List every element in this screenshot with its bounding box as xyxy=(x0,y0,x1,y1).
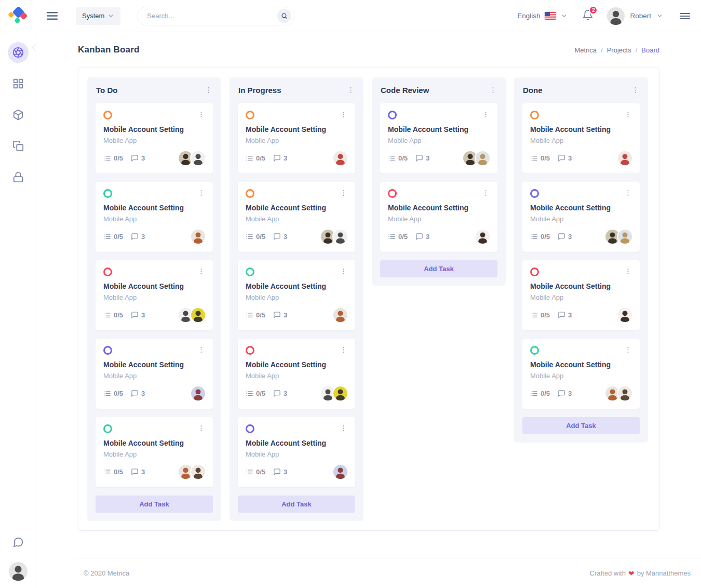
task-state-dot xyxy=(246,111,254,119)
task-card[interactable]: Mobile Account Setting Mobile App 0/5 3 xyxy=(380,103,497,173)
app-root: System English 2 xyxy=(0,0,701,588)
task-category: Mobile App xyxy=(388,215,490,223)
breadcrumb-item[interactable]: Metrica xyxy=(574,46,597,54)
add-task-button[interactable]: Add Task xyxy=(96,496,213,513)
lock-icon[interactable] xyxy=(8,167,29,188)
comments-value: 3 xyxy=(284,390,287,397)
add-task-button[interactable]: Add Task xyxy=(380,260,497,277)
task-title: Mobile Account Setting xyxy=(103,282,205,290)
task-meta: 0/5 3 xyxy=(530,151,632,165)
task-meta: 0/5 3 xyxy=(103,465,205,479)
column-header: Code Review xyxy=(380,86,497,95)
footer-brand-link[interactable]: by Mannatthemes xyxy=(637,569,691,577)
aperture-icon[interactable] xyxy=(8,42,29,63)
task-card[interactable]: Mobile Account Setting Mobile App 0/5 3 xyxy=(96,260,213,330)
task-title: Mobile Account Setting xyxy=(103,439,205,447)
task-card[interactable]: Mobile Account Setting Mobile App 0/5 3 xyxy=(238,103,355,173)
card-menu-icon[interactable] xyxy=(482,189,490,197)
task-card[interactable]: Mobile Account Setting Mobile App 0/5 3 xyxy=(522,339,640,409)
comments-icon xyxy=(558,233,565,240)
column-menu-icon[interactable] xyxy=(205,86,212,94)
grid-icon[interactable] xyxy=(8,73,29,94)
comments-value: 3 xyxy=(568,311,572,319)
topbar-right: English 2 Robert xyxy=(517,7,691,25)
card-top xyxy=(246,424,347,433)
card-menu-icon[interactable] xyxy=(340,268,347,275)
task-category: Mobile App xyxy=(246,293,347,301)
footer-copyright: © 2020 Metrica xyxy=(84,569,129,577)
chevron-down-icon xyxy=(561,12,568,19)
column-menu-icon[interactable] xyxy=(631,86,639,94)
card-menu-icon[interactable] xyxy=(340,424,347,432)
avatar-curly-red-woman xyxy=(618,151,632,165)
column-title: To Do xyxy=(96,86,117,95)
card-menu-icon[interactable] xyxy=(197,346,205,354)
task-avatars xyxy=(618,151,632,165)
chat-icon[interactable] xyxy=(8,532,29,553)
task-category: Mobile App xyxy=(530,137,632,144)
card-menu-icon[interactable] xyxy=(197,424,205,432)
card-menu-icon[interactable] xyxy=(624,111,632,118)
column-menu-icon[interactable] xyxy=(347,86,355,94)
task-card[interactable]: Mobile Account Setting Mobile App 0/5 3 xyxy=(238,339,355,409)
task-card[interactable]: Mobile Account Setting Mobile App 0/5 3 xyxy=(522,260,640,330)
app-logo-icon[interactable] xyxy=(8,6,29,26)
checklist-value: 0/5 xyxy=(541,233,550,240)
task-card[interactable]: Mobile Account Setting Mobile App 0/5 3 xyxy=(238,260,355,330)
task-card[interactable]: Mobile Account Setting Mobile App 0/5 3 xyxy=(238,417,355,487)
task-card[interactable]: Mobile Account Setting Mobile App 0/5 3 xyxy=(96,103,213,173)
us-flag-icon xyxy=(545,12,556,20)
logo-shape xyxy=(14,17,21,24)
system-dropdown[interactable]: System xyxy=(76,7,120,25)
checklist-value: 0/5 xyxy=(256,154,265,162)
task-title: Mobile Account Setting xyxy=(388,204,490,212)
notifications-bell-icon[interactable]: 2 xyxy=(582,9,594,23)
task-card[interactable]: Mobile Account Setting Mobile App 0/5 3 xyxy=(96,182,213,252)
task-card[interactable]: Mobile Account Setting Mobile App 0/5 3 xyxy=(96,339,213,409)
comments-icon xyxy=(415,233,423,240)
card-menu-icon[interactable] xyxy=(340,346,347,354)
copy-icon[interactable] xyxy=(8,136,29,156)
card-menu-icon[interactable] xyxy=(197,111,205,118)
page-head: Kanban Board Metrica/Projects/Board xyxy=(78,32,659,68)
add-task-button[interactable]: Add Task xyxy=(522,417,640,434)
card-menu-icon[interactable] xyxy=(624,268,632,275)
comments-value: 3 xyxy=(284,311,287,319)
task-card[interactable]: Mobile Account Setting Mobile App 0/5 3 xyxy=(380,182,497,252)
task-meta: 0/5 3 xyxy=(530,230,632,244)
task-meta: 0/5 3 xyxy=(530,308,632,322)
box-icon[interactable] xyxy=(8,104,29,125)
comments-count: 3 xyxy=(558,233,572,240)
card-menu-icon[interactable] xyxy=(624,346,632,354)
menu-toggle-icon[interactable] xyxy=(46,9,59,22)
checklist-value: 0/5 xyxy=(541,390,550,397)
comments-value: 3 xyxy=(141,154,145,162)
user-menu[interactable]: Robert xyxy=(607,7,663,25)
task-title: Mobile Account Setting xyxy=(246,439,347,447)
settings-menu-icon[interactable] xyxy=(679,10,691,22)
column-cards: Mobile Account Setting Mobile App 0/5 3 … xyxy=(522,103,640,409)
comments-icon xyxy=(415,154,423,162)
add-task-button[interactable]: Add Task xyxy=(238,496,355,513)
sidebar-user-avatar[interactable] xyxy=(9,562,28,581)
breadcrumb-item[interactable]: Projects xyxy=(607,46,631,54)
card-menu-icon[interactable] xyxy=(340,189,347,197)
task-card[interactable]: Mobile Account Setting Mobile App 0/5 3 xyxy=(238,182,355,252)
comments-value: 3 xyxy=(141,233,145,240)
language-dropdown[interactable]: English xyxy=(517,12,568,20)
column-menu-icon[interactable] xyxy=(489,86,497,94)
card-menu-icon[interactable] xyxy=(624,189,632,197)
task-card[interactable]: Mobile Account Setting Mobile App 0/5 3 xyxy=(96,417,213,487)
card-menu-icon[interactable] xyxy=(197,268,205,275)
card-menu-icon[interactable] xyxy=(197,189,205,197)
card-menu-icon[interactable] xyxy=(482,111,490,118)
card-menu-icon[interactable] xyxy=(340,111,347,118)
task-card[interactable]: Mobile Account Setting Mobile App 0/5 3 xyxy=(522,182,640,252)
task-meta: 0/5 3 xyxy=(388,230,490,244)
task-card[interactable]: Mobile Account Setting Mobile App 0/5 3 xyxy=(522,103,640,173)
search-input[interactable] xyxy=(147,12,277,20)
avatar-gray-beard-man xyxy=(321,386,335,400)
task-avatars xyxy=(179,465,205,479)
search-button[interactable] xyxy=(277,9,291,23)
comments-icon xyxy=(273,233,281,240)
